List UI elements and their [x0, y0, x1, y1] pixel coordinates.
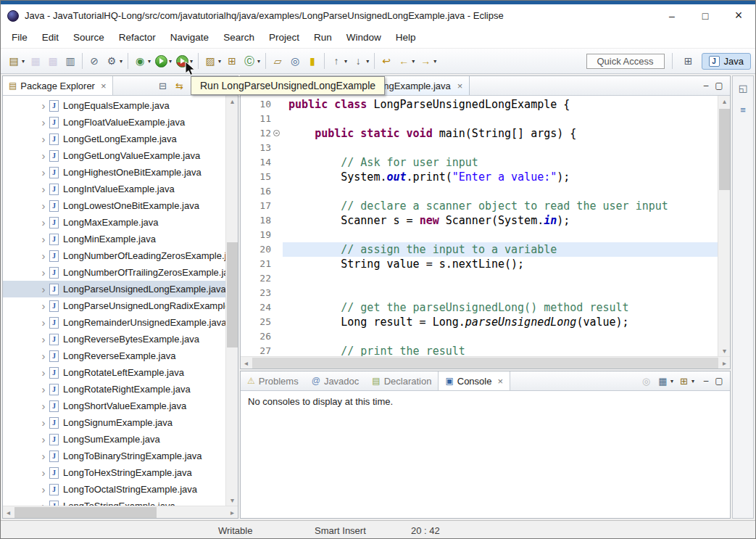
link-with-editor-button[interactable]: ⇆ [171, 78, 188, 94]
close-editor-tab-icon[interactable]: × [457, 81, 463, 91]
menu-window[interactable]: Window [339, 29, 389, 46]
annotation-ruler[interactable] [241, 112, 249, 126]
tree-chevron-icon[interactable]: › [38, 485, 49, 495]
annotation-ruler[interactable] [241, 213, 249, 228]
annotation-ruler[interactable] [241, 184, 249, 199]
tree-chevron-icon[interactable]: › [38, 318, 49, 328]
annotation-ruler[interactable] [241, 97, 249, 112]
tree-item[interactable]: ›JLongGetLongValueExample.java [3, 147, 225, 164]
code-text[interactable] [283, 141, 718, 155]
maximize-window-button[interactable]: □ [689, 4, 722, 27]
pin-console-button[interactable]: ◎ [638, 373, 655, 389]
code-text[interactable] [283, 184, 718, 199]
explorer-hscroll[interactable]: ◂ ▸ [3, 506, 238, 518]
tree-item[interactable]: ›JLongNumberOfTrailingZerosExample.java [3, 264, 225, 281]
search-button[interactable]: ◎ [286, 52, 304, 70]
code-text[interactable] [283, 112, 718, 126]
run-dropdown-icon[interactable]: ▾ [169, 58, 172, 65]
tree-chevron-icon[interactable]: › [38, 101, 49, 111]
print-button[interactable]: ▥ [62, 52, 79, 70]
open-perspective-button[interactable]: ⊞ [680, 52, 697, 70]
collapse-all-button[interactable]: ⊟ [154, 78, 171, 94]
tree-chevron-icon[interactable]: › [38, 468, 49, 478]
open-task-button[interactable]: ▱ [269, 52, 286, 70]
code-text[interactable]: // print the result [283, 344, 718, 356]
tree-item[interactable]: ›JLongLowestOneBitExample.java [3, 197, 225, 214]
tree-chevron-icon[interactable]: › [38, 301, 49, 311]
new-wizard-dropdown-icon[interactable]: ▾ [22, 58, 25, 65]
annotation-ruler[interactable] [241, 257, 249, 271]
code-text[interactable]: // get the parseUnsignedLong() method re… [283, 300, 718, 315]
tree-item[interactable]: ›JLongShortValueExample.java [3, 398, 225, 414]
code-text[interactable]: // Ask for user input [283, 155, 718, 170]
tree-item[interactable]: ›JLongToStringExample.java [3, 498, 225, 506]
explorer-hscroll-thumb[interactable] [14, 507, 157, 518]
tree-item[interactable]: ›JLongSumExample.java [3, 431, 225, 448]
annotation-ruler[interactable] [241, 141, 249, 155]
debug-button[interactable]: ◉▾ [131, 52, 153, 70]
display-selected-console-dropdown-icon[interactable]: ▾ [670, 378, 673, 384]
tree-item[interactable]: ›JLongSignumExample.java [3, 414, 225, 431]
explorer-vscroll[interactable]: ▴ ▾ [225, 96, 238, 506]
tree-item[interactable]: ›JLongHighestOneBitExample.java [3, 164, 225, 181]
tree-item[interactable]: ›JLongToBinaryStringExample.java [3, 448, 225, 464]
tree-item[interactable]: ›JLongRotateLeftExample.java [3, 364, 225, 381]
minimize-window-button[interactable]: – [655, 4, 689, 27]
menu-refactor[interactable]: Refactor [112, 29, 163, 46]
external-tools-button[interactable]: ⚙▾ [103, 52, 125, 70]
scroll-right-icon[interactable]: ▸ [719, 357, 730, 369]
tree-chevron-icon[interactable]: › [38, 284, 49, 295]
new-class-dropdown-icon[interactable]: ▾ [257, 58, 260, 65]
code-text[interactable]: // declare a scanner object to read the … [283, 199, 718, 213]
back-button[interactable]: ←▾ [395, 52, 417, 70]
tree-item[interactable]: ›JLongNumberOfLeadingZerosExample.java [3, 247, 225, 264]
editor-vscroll[interactable]: ▴ ▾ [718, 96, 730, 356]
new-package-button[interactable]: ⊞ [223, 52, 241, 70]
annotation-ruler[interactable] [241, 344, 249, 356]
editor-vscroll-thumb[interactable] [719, 109, 730, 190]
explorer-vscroll-thumb[interactable] [227, 242, 238, 347]
new-class-button[interactable]: Ⓒ▾ [241, 52, 262, 70]
tree-chevron-icon[interactable]: › [38, 201, 49, 211]
last-edit-location-button[interactable]: ↩ [378, 52, 395, 70]
tree-item[interactable]: ›JLongParseUnsignedLongRadixExample.java [3, 297, 225, 314]
tree-chevron-icon[interactable]: › [38, 234, 49, 244]
annotation-ruler[interactable] [241, 286, 249, 300]
annotation-ruler[interactable] [241, 228, 249, 242]
tree-chevron-icon[interactable]: › [38, 218, 49, 228]
forward-button[interactable]: →▾ [417, 52, 439, 70]
scroll-down-icon[interactable]: ▾ [226, 495, 238, 506]
annotation-ruler[interactable] [241, 271, 249, 286]
tab-problems[interactable]: ⚠Problems [241, 371, 305, 390]
tree-chevron-icon[interactable]: › [38, 351, 49, 361]
annotation-ruler[interactable] [241, 242, 249, 257]
tree-chevron-icon[interactable]: › [38, 401, 49, 411]
editor-hscroll[interactable]: ◂ ▸ [241, 356, 730, 369]
save-all-button[interactable]: ▩ [44, 52, 62, 70]
code-text[interactable]: public static void main(String[] args) { [283, 126, 718, 141]
code-text[interactable]: Long result = Long.parseUnsignedLong(val… [283, 315, 718, 329]
menu-search[interactable]: Search [216, 29, 262, 46]
annotation-ruler[interactable] [241, 329, 249, 344]
annotation-ruler[interactable] [241, 155, 249, 170]
code-text[interactable] [283, 271, 718, 286]
new-wizard-button[interactable]: ▤▾ [5, 52, 27, 70]
tree-item[interactable]: ›JLongRotateRightExample.java [3, 381, 225, 398]
tree-item[interactable]: ›JLongGetLongExample.java [3, 131, 225, 147]
next-annotation-button[interactable]: ↓▾ [349, 52, 371, 70]
tab-declaration[interactable]: ▤Declaration [365, 371, 438, 390]
menu-help[interactable]: Help [389, 29, 423, 46]
maximize-editor-icon[interactable]: ▢ [713, 81, 726, 91]
back-dropdown-icon[interactable]: ▾ [412, 58, 415, 65]
code-text[interactable]: String value = s.nextLine(); [283, 257, 718, 271]
open-console-dropdown-icon[interactable]: ▾ [691, 378, 694, 384]
tree-item[interactable]: ›JLongMinExample.java [3, 231, 225, 247]
tree-chevron-icon[interactable]: › [38, 268, 49, 278]
annotation-ruler[interactable] [241, 199, 249, 213]
code-text[interactable]: Scanner s = new Scanner(System.in); [283, 213, 718, 228]
scroll-right-icon[interactable]: ▸ [227, 506, 238, 519]
tree-item[interactable]: ›JLongReverseExample.java [3, 347, 225, 364]
outline-view-button[interactable]: ≡ [737, 102, 749, 118]
tree-item[interactable]: ›JLongToOctalStringExample.java [3, 481, 225, 498]
tree-item[interactable]: ›JLongParseUnsignedLongExample.java [3, 281, 225, 297]
